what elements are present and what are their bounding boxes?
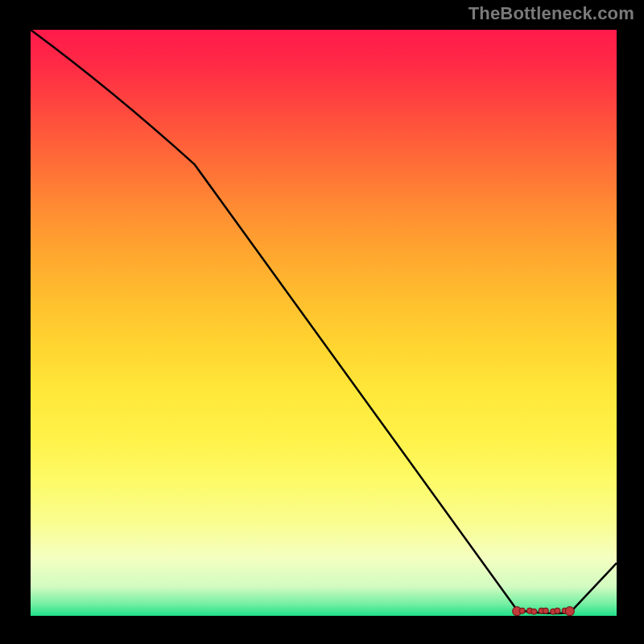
chart-canvas: TheBottleneck.com bbox=[0, 0, 644, 644]
marker-dot bbox=[531, 609, 537, 614]
chart-overlay-svg bbox=[31, 30, 617, 616]
plot-area bbox=[31, 29, 617, 616]
marker-dot bbox=[555, 608, 560, 613]
bottleneck-curve bbox=[31, 30, 617, 613]
marker-dot bbox=[519, 608, 525, 613]
marker-group bbox=[513, 607, 575, 616]
marker-dot bbox=[543, 608, 548, 613]
marker-dot bbox=[565, 607, 574, 616]
attribution-text: TheBottleneck.com bbox=[469, 3, 634, 24]
